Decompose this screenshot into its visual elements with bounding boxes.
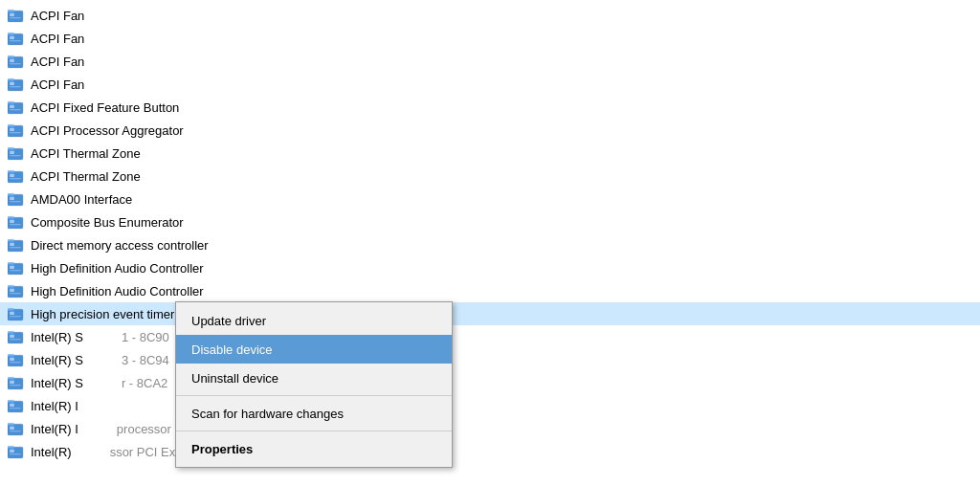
device-label: Composite Bus Enumerator: [31, 215, 184, 230]
device-suffix: 1 - 8C90: [122, 330, 169, 344]
svg-rect-54: [10, 312, 14, 315]
list-item[interactable]: ACPI Fan: [0, 4, 980, 27]
menu-item-disable-device[interactable]: Disable device: [176, 335, 452, 364]
svg-rect-62: [10, 358, 14, 361]
device-icon: [8, 122, 25, 138]
list-item[interactable]: ACPI Fan: [0, 50, 980, 73]
menu-item-label: Scan for hardware changes: [191, 407, 344, 421]
svg-rect-29: [8, 170, 14, 172]
menu-item-scan-hardware[interactable]: Scan for hardware changes: [176, 399, 452, 428]
list-item[interactable]: High Definition Audio Controller: [0, 279, 980, 302]
list-item[interactable]: High Definition Audio Controller: [0, 256, 980, 279]
device-label: ACPI Fixed Feature Button: [31, 100, 179, 115]
svg-rect-41: [8, 239, 14, 241]
list-item[interactable]: Intel(R) Sr - 8CA2: [0, 371, 980, 394]
device-icon: [8, 54, 25, 69]
svg-rect-27: [10, 155, 20, 156]
menu-item-label: Update driver: [191, 314, 266, 328]
svg-rect-8: [8, 57, 23, 68]
svg-rect-39: [10, 224, 20, 225]
svg-rect-72: [8, 425, 23, 435]
device-icon: [8, 329, 25, 344]
list-item[interactable]: High precision event timer: [0, 302, 980, 325]
svg-rect-33: [8, 193, 14, 195]
svg-rect-10: [10, 59, 14, 62]
list-item[interactable]: Intel(R) S3 - 8C94: [0, 348, 980, 371]
list-item[interactable]: ACPI Fixed Feature Button: [0, 96, 980, 119]
context-menu: Update driverDisable deviceUninstall dev…: [175, 301, 453, 468]
svg-rect-77: [8, 446, 14, 448]
device-label: Intel(R) S1 - 8C90: [31, 330, 169, 344]
svg-rect-15: [10, 86, 20, 87]
svg-rect-42: [10, 243, 14, 246]
svg-rect-9: [8, 55, 14, 57]
device-label: Intel(R) S3 - 8C94: [31, 353, 169, 367]
menu-item-uninstall-device[interactable]: Uninstall device: [176, 364, 452, 392]
svg-rect-34: [10, 197, 14, 200]
svg-rect-49: [8, 285, 14, 287]
svg-rect-26: [10, 151, 14, 154]
list-item[interactable]: ACPI Fan: [0, 27, 980, 50]
svg-rect-24: [8, 149, 23, 160]
device-icon: [8, 77, 25, 92]
device-label: High Definition Audio Controller: [31, 284, 204, 298]
svg-rect-2: [10, 13, 14, 16]
device-list: ACPI Fan ACPI Fan ACPI Fan ACPI Fan ACPI…: [0, 0, 980, 467]
svg-rect-17: [8, 101, 14, 103]
svg-rect-53: [8, 308, 14, 310]
device-manager-panel: ACPI Fan ACPI Fan ACPI Fan ACPI Fan ACPI…: [0, 0, 980, 467]
svg-rect-23: [10, 132, 20, 133]
svg-rect-38: [10, 220, 14, 223]
device-icon: [8, 444, 25, 459]
list-item[interactable]: ACPI Processor Aggregator: [0, 119, 980, 142]
device-label: ACPI Thermal Zone: [31, 146, 141, 161]
svg-rect-76: [8, 448, 23, 458]
svg-rect-51: [10, 293, 20, 294]
list-item[interactable]: Intel(R) Iprocessor DRAM Controller - 0C…: [0, 417, 980, 440]
svg-rect-36: [8, 218, 23, 229]
device-icon: [8, 260, 25, 276]
menu-item-update-driver[interactable]: Update driver: [176, 306, 452, 335]
device-label: High Definition Audio Controller: [31, 261, 204, 276]
device-icon: [8, 31, 25, 46]
svg-rect-46: [10, 266, 14, 269]
list-item[interactable]: ACPI Thermal Zone: [0, 142, 980, 165]
device-label: ACPI Fan: [31, 55, 84, 69]
svg-rect-25: [8, 147, 14, 149]
list-item[interactable]: Direct memory access controller: [0, 233, 980, 256]
svg-rect-78: [10, 450, 14, 453]
svg-rect-52: [8, 310, 23, 320]
svg-rect-71: [10, 408, 20, 409]
device-icon: [8, 191, 25, 207]
svg-rect-58: [10, 335, 14, 338]
device-icon: [8, 99, 25, 115]
device-label: High precision event timer: [31, 307, 174, 321]
svg-rect-57: [8, 331, 14, 333]
svg-rect-60: [8, 356, 23, 366]
svg-rect-19: [10, 109, 20, 110]
svg-rect-35: [10, 201, 20, 202]
list-item[interactable]: Intel(R)ssor PCI Express 16 Controller -…: [0, 440, 980, 463]
device-label: Intel(R) I: [31, 399, 78, 413]
svg-rect-3: [10, 17, 20, 18]
list-item[interactable]: ACPI Thermal Zone: [0, 165, 980, 188]
list-item[interactable]: Intel(R) S1 - 8C90: [0, 325, 980, 348]
svg-rect-75: [10, 431, 20, 431]
svg-rect-20: [8, 126, 23, 137]
device-label: ACPI Fan: [31, 9, 84, 23]
svg-rect-64: [8, 379, 23, 389]
list-item[interactable]: Composite Bus Enumerator: [0, 210, 980, 233]
svg-rect-44: [8, 264, 23, 275]
list-item[interactable]: AMDA00 Interface: [0, 188, 980, 210]
svg-rect-65: [8, 377, 14, 379]
svg-rect-30: [10, 174, 14, 177]
list-item[interactable]: Intel(R) I: [0, 394, 980, 417]
svg-rect-16: [8, 103, 23, 114]
svg-rect-56: [8, 333, 23, 343]
svg-rect-47: [10, 270, 20, 271]
svg-rect-45: [8, 262, 14, 264]
list-item[interactable]: ACPI Fan: [0, 73, 980, 96]
svg-rect-61: [8, 354, 14, 356]
device-icon: [8, 398, 25, 413]
device-label: ACPI Fan: [31, 77, 84, 92]
